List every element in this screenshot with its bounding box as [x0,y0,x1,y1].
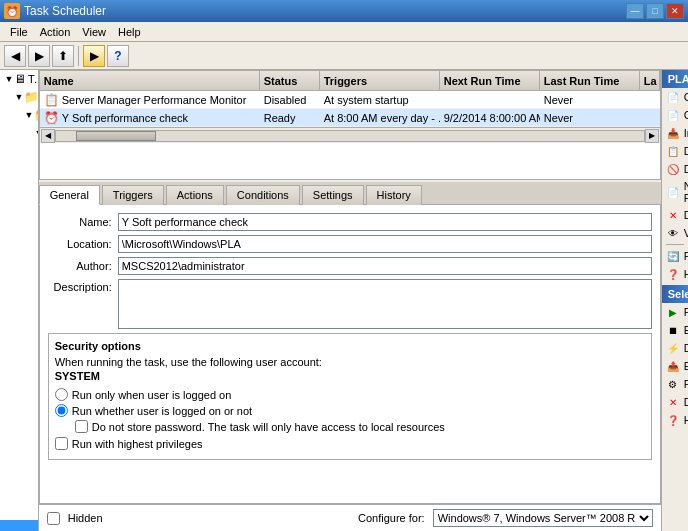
tree-item-appid[interactable]: 📁 AppID [0,178,39,196]
col-triggers[interactable]: Triggers [320,71,440,90]
tree-item-autochk[interactable]: 📁 Autochk [0,250,39,268]
action-properties[interactable]: ⚙ Prope... [662,375,688,393]
task-scroll-track[interactable] [55,130,645,142]
tab-conditions[interactable]: Conditions [226,185,300,205]
action-display[interactable]: 📋 Displa... [662,142,688,160]
tree-microsoft[interactable]: ▼ 📁 Microsoft [0,106,38,124]
action-help-sel[interactable]: ❓ Help [662,411,688,429]
tree-windows[interactable]: ▼ 📁 Windows [0,124,38,142]
action-view[interactable]: 👁 View ▶ [662,224,688,242]
location-input[interactable] [118,235,652,253]
menu-file[interactable]: File [4,24,34,40]
close-button[interactable]: ✕ [666,3,684,19]
action-import[interactable]: 📥 Impor... [662,124,688,142]
action-export[interactable]: 📤 Export... [662,357,688,375]
action-refresh[interactable]: 🔄 Refresh [662,247,688,265]
configure-select[interactable]: Windows® 7, Windows Server™ 2008 R2 [433,509,653,527]
description-textarea[interactable] [118,279,652,329]
store-password-checkbox[interactable] [75,420,88,433]
tree-item-activedirectory[interactable]: 📁 Active Directory [0,160,39,178]
tree-item-pla[interactable]: ▼ 📁 PLA [0,520,39,531]
action-label: Creat... [684,91,688,103]
tab-actions[interactable]: Actions [166,185,224,205]
tree-library[interactable]: ▼ 📁 Task Scheduler Library [0,88,38,106]
tree-item-dataintegrity[interactable]: 📁 Data Integrity S... [0,322,39,340]
tree-item-mui[interactable]: 📁 MUI [0,412,39,430]
name-input[interactable] [118,213,652,231]
tree-item-ime[interactable]: 📁 IME [0,376,39,394]
toolbar-back[interactable]: ◀ [4,45,26,67]
action-delete-sel[interactable]: ✕ Delete [662,393,688,411]
scroll-left[interactable]: ◀ [41,129,55,143]
col-name[interactable]: Name [40,71,260,90]
col-nextrun[interactable]: Next Run Time [440,71,540,90]
action-end[interactable]: ⏹ End [662,321,688,339]
author-input[interactable] [118,257,652,275]
tree-item-networkaccess[interactable]: 📁 NetworkAccess... [0,484,39,502]
tab-general[interactable]: General [39,185,100,205]
tree-expand-microsoft[interactable]: ▼ [24,107,34,123]
tree-item-defrag[interactable]: 📁 Defrag [0,340,39,358]
menu-view[interactable]: View [76,24,112,40]
col-la[interactable]: La [640,71,660,90]
action-newf[interactable]: 📄 New F... [662,178,688,206]
tree-item-nettrace[interactable]: 📁 NetTrace [0,466,39,484]
action-create2[interactable]: 📄 Creat... [662,106,688,124]
tree-item-customerexp[interactable]: ▷ 📁 Customer Expe... [0,304,39,322]
radio-logged-on-row: Run only when user is logged on [55,388,645,401]
action-disable-sel[interactable]: ⚡ Disable [662,339,688,357]
highest-privileges-checkbox[interactable] [55,437,68,450]
task-row-servermanager[interactable]: 📋 Server Manager Performance Monitor Dis… [40,91,660,109]
tab-triggers[interactable]: Triggers [102,185,164,205]
col-status[interactable]: Status [260,71,320,90]
tree-item-certserv[interactable]: 📁 CertificateServi... [0,268,39,286]
task-trigger-cell: At system startup [320,91,440,108]
task-hscrollbar[interactable]: ◀ ▶ [40,127,660,143]
selected-label: Selected... [668,288,688,300]
task-scroll-thumb[interactable] [76,131,156,141]
action-delete-pla[interactable]: ✕ Delete... [662,206,688,224]
tree-item-pi[interactable]: 📁 Pi [0,502,39,520]
radio-logged-on[interactable] [55,388,68,401]
right-panel: PLA ▲ 📄 Creat... 📄 Creat... 📥 Impor... 📋… [661,70,688,531]
col-lastrun[interactable]: Last Run Time [540,71,640,90]
pla-section-header: PLA ▲ [662,70,688,88]
task-row-ysoft[interactable]: ⏰ Y Soft performance check Ready At 8:00… [40,109,660,127]
minimize-button[interactable]: — [626,3,644,19]
action-create1[interactable]: 📄 Creat... [662,88,688,106]
location-row: Location: [48,235,652,253]
scroll-right[interactable]: ▶ [645,129,659,143]
tree-item-devicesetup[interactable]: 📁 Device Setup [0,358,39,376]
tree-expand-library[interactable]: ▼ [14,89,24,105]
tree-expand-root[interactable]: ▼ [4,71,14,87]
tree-item-appxdeploy[interactable]: 📁 AppxDeployme... [0,232,39,250]
radio-whether-logged[interactable] [55,404,68,417]
window-controls: — □ ✕ [626,3,684,19]
menu-help[interactable]: Help [112,24,147,40]
maximize-button[interactable]: □ [646,3,664,19]
tree-item-memdiag[interactable]: 📁 MemoryDiagno... [0,394,39,412]
menu-action[interactable]: Action [34,24,77,40]
radio-whether-logged-row: Run whether user is logged on or not [55,404,645,417]
tree-item-appexp[interactable]: 📁 Application Exp... [0,196,39,214]
run-icon: ▶ [666,305,680,319]
action-run[interactable]: ▶ Run [662,303,688,321]
tree-item-chkdsk[interactable]: 📁 Chkdsk [0,286,39,304]
toolbar-forward[interactable]: ▶ [28,45,50,67]
action-help-pla[interactable]: ❓ Help [662,265,688,283]
tab-history[interactable]: History [366,185,422,205]
toolbar-action1[interactable]: ▶ [83,45,105,67]
task-nextrun-cell: 9/2/2014 8:00:00 AM [440,109,540,126]
tree-root[interactable]: ▼ 🖥 Task Scheduler (Local) [0,70,38,88]
tree-item-netcfg[interactable]: 📁 NetCfg [0,448,39,466]
toolbar-help[interactable]: ? [107,45,129,67]
tree-item-multimedia[interactable]: 📁 Multimedia [0,430,39,448]
hidden-checkbox[interactable] [47,512,60,525]
task-list: Name Status Triggers Next Run Time Last … [39,70,661,180]
toolbar-up[interactable]: ⬆ [52,45,74,67]
action-disable[interactable]: 🚫 Disab... [662,160,688,178]
tree-item-appdata[interactable]: 📁 ApplicationData... [0,214,39,232]
tab-settings[interactable]: Settings [302,185,364,205]
tree-item-netframework[interactable]: ▷ 📁 .NET Framework [0,142,39,160]
delete-pla-icon: ✕ [666,208,680,222]
